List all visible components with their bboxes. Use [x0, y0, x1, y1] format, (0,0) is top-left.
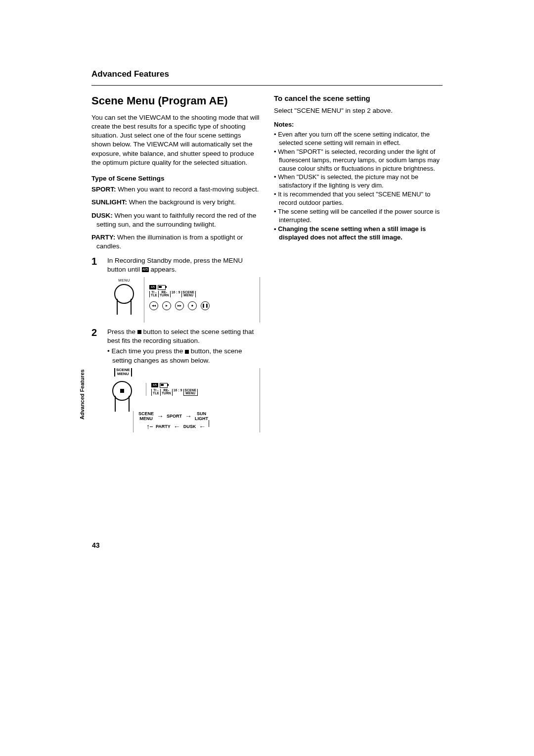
arrow-up-icon: ↑ — [146, 423, 150, 430]
fast-forward-icon: ▸▸ — [175, 301, 184, 310]
notes-label: Notes: — [274, 120, 443, 129]
note-item: • When "SPORT" is selected, recording un… — [274, 148, 443, 173]
arrow-right-icon: → — [185, 413, 192, 420]
scene-party: PARTY: When the illumination is from a s… — [91, 233, 260, 251]
right-column: To cancel the scene setting Select "SCEN… — [274, 94, 443, 437]
type-heading: Type of Scene Settings — [91, 174, 260, 183]
cancel-heading: To cancel the scene setting — [274, 94, 443, 103]
figure-menu-button: MENU 4/5 TI - TLE RE- TURN — [107, 277, 260, 323]
menu-cell-scene: SCENE MENU — [181, 291, 196, 297]
rewind-icon: ◂◂ — [149, 301, 158, 310]
note-item: • The scene setting will be cancelled if… — [274, 208, 443, 225]
page-title: Scene Menu (Program AE) — [91, 94, 260, 108]
menu-cell-169: 16 : 9 — [170, 291, 182, 297]
arrow-left-icon: ← — [199, 423, 206, 430]
menu-cell-169: 16 : 9 — [172, 389, 184, 396]
menu-cell-title: TI - TLE — [151, 389, 161, 396]
menu-cell-return: RE- TURN — [158, 291, 171, 297]
step-2-number: 2 — [91, 328, 100, 365]
menu-button-label: MENU — [118, 278, 130, 283]
page-badge-icon: 4/5 — [151, 383, 158, 387]
stop-icon — [185, 350, 189, 354]
cancel-body: Select "SCENE MENU" in step 2 above. — [274, 106, 443, 115]
figure-scene-cycle: SCENE MENU 4/5 TI - TLE RE- TU — [107, 368, 260, 432]
arrow-left-icon: ← — [174, 423, 180, 430]
record-icon: ● — [188, 301, 197, 310]
lcd-panel: 4/5 TI - TLE RE- TURN 16 : 9 SCENE MENU … — [144, 277, 260, 323]
cycle-diagram: SCENE MENU → SPORT → SUN LIGHT ↑ PARTY ←… — [133, 411, 247, 432]
menu-cell-title: TI - TLE — [149, 291, 159, 297]
step-1: 1 In Recording Standby mode, press the M… — [91, 256, 260, 274]
note-item: • Even after you turn off the scene sett… — [274, 131, 443, 147]
scene-sport: SPORT: When you want to record a fast-mo… — [91, 185, 260, 194]
scene-dusk: DUSK: When you want to faithfully record… — [91, 211, 260, 229]
battery-icon — [160, 383, 168, 388]
page-indicator-icon: 4/5 — [142, 267, 149, 272]
note-item-bold: • Changing the scene setting when a stil… — [274, 225, 443, 242]
pause-icon: ❚❚ — [201, 301, 210, 310]
divider — [91, 85, 443, 86]
scene-menu-tag: SCENE MENU — [114, 368, 132, 377]
note-item: • When "DUSK" is selected, the picture m… — [274, 173, 443, 190]
page-badge-icon: 4/5 — [149, 285, 156, 289]
side-tab: Advanced Features — [79, 370, 85, 420]
menu-cell-return: RE- TURN — [160, 389, 173, 396]
step-2: 2 Press the button to select the scene s… — [91, 328, 260, 365]
intro-paragraph: You can set the VIEWCAM to the shooting … — [91, 113, 260, 167]
scene-sunlight: SUNLIGHT: When the background is very br… — [91, 198, 260, 207]
page-number: 43 — [92, 541, 100, 549]
section-header: Advanced Features — [91, 69, 443, 79]
left-column: Scene Menu (Program AE) You can set the … — [91, 94, 260, 437]
stop-button-icon — [112, 381, 132, 401]
note-item: • It is recommended that you select "SCE… — [274, 190, 443, 207]
step-1-number: 1 — [91, 256, 100, 274]
menu-cell-scene: SCENE MENU — [183, 389, 198, 396]
stop-icon — [137, 330, 141, 334]
battery-icon — [158, 285, 166, 290]
menu-button-icon — [114, 284, 134, 304]
arrow-right-icon: → — [157, 413, 164, 420]
play-icon: ▸ — [162, 301, 171, 310]
